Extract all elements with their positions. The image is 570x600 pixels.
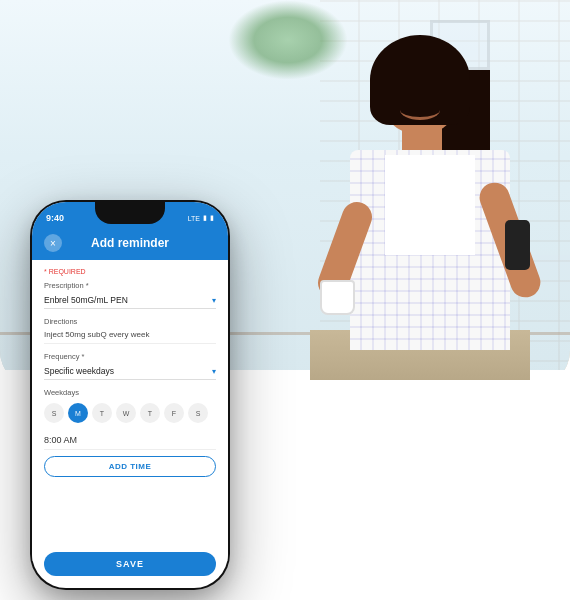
required-label: * REQUIRED (44, 268, 216, 275)
day-thursday[interactable]: T (140, 403, 160, 423)
frequency-value: Specific weekdays (44, 366, 114, 376)
header-title: Add reminder (91, 236, 169, 250)
weekdays-field-group: Weekdays S M T W T F S (44, 388, 216, 423)
add-time-button[interactable]: ADD TIME (44, 456, 216, 477)
phone-body: 9:40 LTE ▮ ▮ × Add reminder * REQUIRED (30, 200, 230, 590)
form-area: * REQUIRED Prescription * Enbrel 50mG/mL… (32, 260, 228, 561)
save-button[interactable]: SAVE (44, 552, 216, 576)
frequency-field-group: Frequency * Specific weekdays ▾ (44, 352, 216, 380)
frequency-dropdown-arrow: ▾ (212, 367, 216, 376)
time-display: 8:00 AM (44, 431, 216, 450)
prescription-value: Enbrel 50mG/mL PEN (44, 295, 128, 305)
directions-value: Inject 50mg subQ every week (44, 328, 216, 344)
day-monday[interactable]: M (68, 403, 88, 423)
day-tuesday[interactable]: T (92, 403, 112, 423)
day-sunday[interactable]: S (44, 403, 64, 423)
day-saturday[interactable]: S (188, 403, 208, 423)
status-time: 9:40 (46, 213, 64, 223)
day-wednesday[interactable]: W (116, 403, 136, 423)
app-header: × Add reminder (32, 230, 228, 260)
day-friday[interactable]: F (164, 403, 184, 423)
battery-icon: ▮ (210, 214, 214, 222)
save-button-container: SAVE (44, 552, 216, 576)
prescription-dropdown-arrow: ▾ (212, 296, 216, 305)
directions-label: Directions (44, 317, 216, 326)
phone-notch (95, 202, 165, 224)
prescription-input[interactable]: Enbrel 50mG/mL PEN ▾ (44, 292, 216, 309)
phone-mockup: 9:40 LTE ▮ ▮ × Add reminder * REQUIRED (30, 200, 230, 590)
directions-field-group: Directions Inject 50mg subQ every week (44, 317, 216, 344)
close-icon: × (50, 238, 56, 249)
status-icons: LTE ▮ ▮ (188, 214, 214, 222)
phone-screen: 9:40 LTE ▮ ▮ × Add reminder * REQUIRED (32, 202, 228, 588)
close-button[interactable]: × (44, 234, 62, 252)
weekdays-row: S M T W T F S (44, 403, 216, 423)
carrier-label: LTE (188, 215, 200, 222)
prescription-label: Prescription * (44, 281, 216, 290)
weekdays-label: Weekdays (44, 388, 216, 397)
prescription-field-group: Prescription * Enbrel 50mG/mL PEN ▾ (44, 281, 216, 309)
frequency-label: Frequency * (44, 352, 216, 361)
signal-icon: ▮ (203, 214, 207, 222)
frequency-input[interactable]: Specific weekdays ▾ (44, 363, 216, 380)
